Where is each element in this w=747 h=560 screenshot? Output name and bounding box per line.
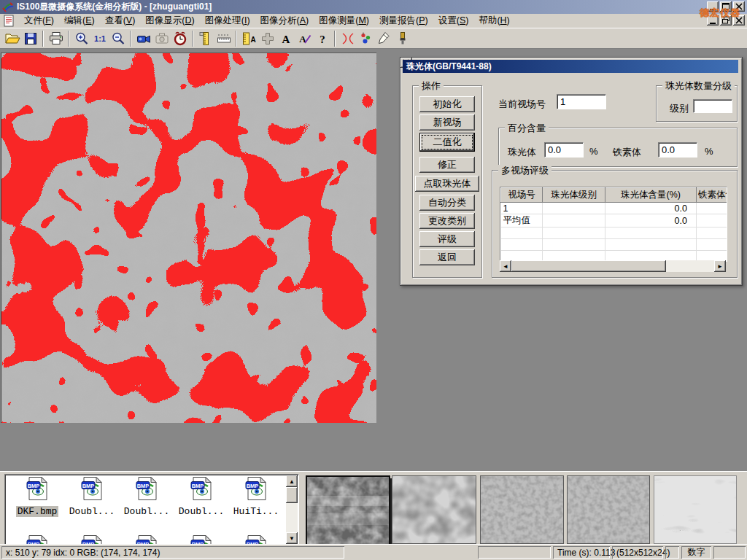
binarize-button[interactable]: 二值化 [419,133,475,152]
pen-annotate-button[interactable] [375,29,393,47]
close-button[interactable] [733,1,745,12]
video-capture-button[interactable] [134,29,152,47]
grade-input[interactable] [693,99,732,113]
measure-text-button[interactable]: A [240,29,258,47]
col-pearlite-content[interactable]: 珠光体含量(%) [605,188,697,203]
ferrite-percent-input[interactable]: 0.0 [658,142,697,158]
save-button[interactable] [21,29,39,47]
file-name[interactable]: Doubl... [68,506,116,517]
menu-item-image-measure[interactable]: 图像测量(M) [314,14,374,28]
table-h-scrollbar[interactable]: ◄ ► [500,260,726,272]
current-field-input[interactable]: 1 [557,94,606,109]
file-name[interactable]: Doubl... [177,506,225,517]
percent-group-label: 百分含量 [505,122,549,133]
file-name[interactable]: HuiTi... [232,506,280,517]
menu-item-file[interactable]: 文件(F) [19,14,59,28]
menu-item-help[interactable]: 帮助(H) [473,14,514,28]
thumbnail-4[interactable] [567,475,650,544]
file-name[interactable]: DKF.bmp [16,506,59,517]
file-item[interactable]: Doubl... [66,476,118,517]
scroll-up-button[interactable]: ▲ [286,475,298,487]
zoom-out-button[interactable] [109,29,127,47]
file-name[interactable]: Doubl... [123,506,171,517]
menu-item-edit[interactable]: 编辑(E) [59,14,100,28]
camera-capture-button[interactable] [152,29,171,47]
caliper-button[interactable] [196,29,214,47]
fill-brush-button[interactable] [393,29,411,47]
return-button[interactable]: 返回 [419,249,475,265]
grid-cross-button[interactable] [258,29,276,47]
print-button[interactable] [47,29,65,47]
child-close-button[interactable] [733,15,745,26]
file-item[interactable]: Doubl... [120,476,173,517]
ruler-button[interactable] [214,29,233,47]
video-camera-icon [136,31,152,47]
pick-pearlite-button[interactable]: 点取珠光体 [415,176,479,192]
menu-item-report[interactable]: 测量报告(P) [374,14,433,28]
close-icon [734,1,744,12]
time-panel: Time (s): 0.113 [553,546,610,559]
thumbnail-3[interactable] [480,475,564,544]
rating-table-wrapper: 视场号 珠光体级别 珠光体含量(%) 铁素体含量(%) 1 0.0 平均值 0.… [500,187,727,262]
auto-classify-button[interactable]: 自动分类 [419,195,475,211]
rate-button[interactable]: 评级 [419,231,475,247]
new-field-button[interactable]: 新视场 [419,114,475,131]
scroll-thumb[interactable] [511,260,666,272]
current-field-label: 当前视场号 [498,98,546,111]
file-item[interactable]: Doubl... [175,476,228,517]
color-classify-button[interactable] [357,29,375,47]
percent-sign: % [589,146,598,157]
text-annotate-button[interactable]: A [276,29,295,47]
scroll-left-button[interactable]: ◄ [500,260,511,272]
correct-button[interactable]: 修正 [419,157,475,173]
maximize-icon [721,1,731,12]
toolbar: 1:1 A A A ? [0,28,747,49]
menu-item-image-process[interactable]: 图像处理(I) [200,14,255,28]
change-class-button[interactable]: 更改类别 [419,213,475,229]
dialog-title-bar[interactable]: 珠光体(GB/T9441-88) [403,60,738,73]
file-item[interactable]: DKF.bmp [11,476,63,517]
thumbnail-2[interactable] [392,475,476,544]
col-field-no[interactable]: 视场号 [501,188,543,203]
question-icon: ? [314,31,330,47]
table-row[interactable]: 平均值 0.0 [501,214,728,228]
file-item[interactable]: HuiTi... [230,476,282,517]
scroll-right-button[interactable]: ► [714,260,726,272]
minimize-icon [708,1,718,12]
child-minimize-button[interactable] [707,15,719,26]
pearlite-dialog: 珠光体(GB/T9441-88) 操作 初始化 新视场 二值化 修正 点取珠光体… [400,57,743,286]
table-row[interactable] [501,228,728,239]
pearlite-percent-input[interactable]: 0.0 [544,142,584,158]
close-icon [734,15,744,26]
title-bar[interactable]: IS100显微摄像系统(金相分析版) - [zhuguangti01] [0,0,747,14]
col-ferrite-content[interactable]: 铁素体含量(%) [697,188,728,203]
col-pearlite-grade[interactable]: 珠光体级别 [543,188,605,203]
thumbnail-5[interactable] [654,475,737,544]
maximize-button[interactable] [720,1,732,12]
text-edit-button[interactable]: A [295,29,313,47]
file-list-scrollbar[interactable]: ▲ ▼ [286,475,298,544]
menu-item-image-display[interactable]: 图像显示(D) [140,14,199,28]
operation-group-label: 操作 [419,80,444,91]
menu-item-view[interactable]: 查看(V) [100,14,141,28]
help-button[interactable]: ? [313,29,331,47]
timer-button[interactable] [171,29,189,47]
table-row[interactable]: 1 0.0 [501,203,728,214]
zoom-1to1-button[interactable]: 1:1 [90,29,109,47]
scroll-down-button[interactable]: ▼ [286,532,298,544]
table-row[interactable] [501,239,728,251]
scroll-thumb[interactable] [286,487,298,503]
minimize-button[interactable] [707,1,719,12]
micrograph-image[interactable] [1,52,376,423]
child-restore-button[interactable] [720,15,732,26]
zoom-in-button[interactable] [72,29,90,47]
menu-item-image-analysis[interactable]: 图像分析(A) [255,14,314,28]
thumbnail-1[interactable] [306,475,390,545]
toolbar-separator [42,31,44,47]
init-button[interactable]: 初始化 [419,96,475,112]
open-file-button[interactable] [3,29,21,47]
ruler-a-icon: A [241,31,258,47]
curve-delete-button[interactable] [338,29,357,47]
document-icon[interactable] [3,15,16,27]
menu-item-settings[interactable]: 设置(S) [433,14,474,28]
